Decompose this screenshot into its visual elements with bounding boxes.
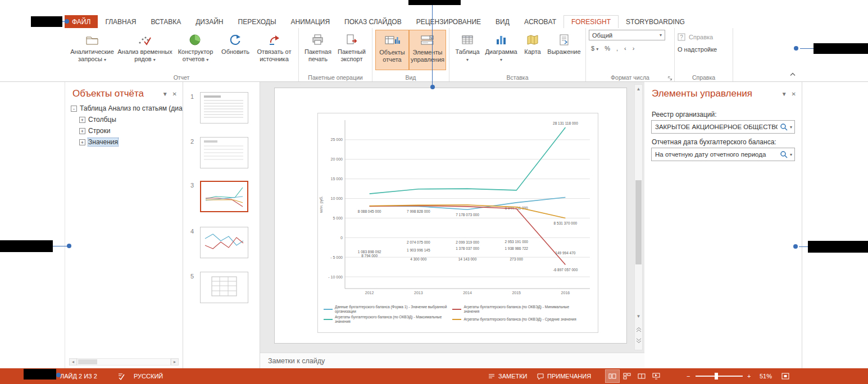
slideshow-view-button[interactable] (649, 370, 663, 382)
slide-sorter-view-button[interactable] (620, 370, 634, 382)
tree-item-values[interactable]: + Значения (71, 136, 183, 148)
report-objects-toggle-button[interactable]: Объекты отчета (375, 30, 409, 70)
expand-node-icon[interactable]: + (79, 117, 85, 123)
about-addin-button[interactable]: О надстройке (678, 46, 730, 53)
svg-text:2 099 319 000: 2 099 319 000 (456, 240, 479, 244)
svg-text:5 000: 5 000 (333, 216, 343, 220)
slide-thumbnail-preview[interactable] (200, 181, 248, 212)
tab-acrobat[interactable]: ACROBAT (517, 15, 563, 28)
insert-table-button[interactable]: Таблица▾ (452, 30, 483, 70)
tab-storyboarding[interactable]: STORYBOARDING (619, 15, 692, 28)
scrollbar-thumb[interactable] (635, 180, 642, 264)
panel-menu-icon[interactable]: ▼ (162, 91, 168, 97)
slide-thumbnail-5[interactable]: 5 (184, 272, 260, 305)
slide-thumbnail-preview[interactable] (200, 272, 248, 303)
close-icon[interactable]: ✕ (172, 91, 177, 97)
expand-node-icon[interactable]: + (79, 139, 85, 145)
search-icon[interactable] (780, 123, 788, 131)
callout-dot (67, 244, 71, 248)
time-series-analysis-button[interactable]: Анализ временных рядов ▾ (117, 30, 173, 70)
percent-format-button[interactable]: % (605, 45, 610, 52)
dialog-launcher-icon[interactable] (667, 76, 672, 81)
expand-node-icon[interactable]: + (79, 128, 85, 134)
scroll-up-icon[interactable]: ▲ (635, 85, 642, 93)
analytic-queries-button[interactable]: Аналитические запросы ▾ (67, 30, 117, 70)
batch-print-button[interactable]: Пакетная печать (302, 30, 334, 70)
slide-thumbnails-pane: 1 2 3 4 5 (184, 82, 260, 368)
reading-view-button[interactable] (635, 370, 648, 382)
previous-slide-button[interactable] (635, 325, 642, 334)
batch-export-button[interactable]: Пакетный экспорт (334, 30, 369, 70)
search-icon[interactable] (780, 150, 788, 158)
expression-icon (557, 31, 571, 48)
thousands-separator-button[interactable]: , (616, 45, 618, 52)
insert-map-button[interactable]: Карта (520, 30, 546, 70)
slide-thumbnail-1[interactable]: 1 (184, 92, 260, 126)
tab-insert[interactable]: ВСТАВКА (143, 15, 188, 28)
zoom-percent[interactable]: 51% (760, 368, 772, 384)
tree-item-rows[interactable]: + Строки (71, 125, 183, 136)
language-indicator[interactable]: РУССКИЙ (134, 368, 163, 384)
slide-thumbnail-preview[interactable] (200, 137, 248, 168)
scroll-left-icon[interactable]: ◂ (69, 358, 77, 365)
tree-item-table[interactable]: - Таблица Анализ по статьям (диагра (71, 103, 183, 114)
organization-registry-combo[interactable]: ЗАКРЫТОЕ АКЦИОНЕРНОЕ ОБЩЕСТВО "Ц ▾ (651, 120, 795, 134)
controls-toggle-button[interactable]: Элементы управления (409, 30, 446, 70)
refresh-button[interactable]: Обновить (218, 30, 253, 70)
insert-expression-button[interactable]: Выражение (546, 30, 583, 70)
tab-transitions[interactable]: ПЕРЕХОДЫ (231, 15, 284, 28)
spellcheck-icon[interactable] (117, 368, 126, 384)
zoom-out-button[interactable]: − (687, 368, 690, 384)
tab-home[interactable]: ГЛАВНАЯ (98, 15, 143, 28)
help-button[interactable]: ? Справка (678, 33, 730, 41)
next-slide-button[interactable] (635, 336, 642, 345)
slide-thumbnail-preview[interactable] (200, 227, 248, 258)
tab-slideshow[interactable]: ПОКАЗ СЛАЙДОВ (337, 15, 409, 28)
unlink-source-button[interactable]: Отвязать от источника (253, 30, 296, 70)
slide-thumbnail-preview[interactable] (200, 92, 248, 124)
slide-canvas[interactable]: 25 00020 00015 00010 0005 0000- 5 000- 1… (274, 88, 627, 344)
vertical-scrollbar[interactable]: ▲ ▼ (634, 84, 643, 350)
notes-pane[interactable]: Заметки к слайду (260, 353, 644, 368)
tab-foresight[interactable]: FORESIGHT (563, 15, 619, 28)
map-icon (526, 31, 539, 48)
dropdown-arrow-icon[interactable]: ▾ (790, 152, 792, 157)
close-icon[interactable]: ✕ (792, 91, 796, 97)
number-format-combo[interactable]: Общий ▾ (589, 30, 665, 40)
svg-text:1 903 996 145: 1 903 996 145 (407, 248, 430, 252)
scroll-down-icon[interactable]: ▼ (635, 312, 642, 321)
scroll-right-icon[interactable]: ▸ (171, 358, 179, 365)
zoom-slider-thumb[interactable] (715, 373, 718, 380)
panel-title: Объекты отчёта (72, 88, 158, 99)
collapse-node-icon[interactable]: - (71, 106, 77, 112)
fit-to-window-button[interactable] (781, 368, 790, 384)
tab-design[interactable]: ДИЗАЙН (188, 15, 230, 28)
slide-thumbnail-2[interactable]: 2 (184, 137, 260, 171)
currency-format-button[interactable]: $ ▾ (591, 45, 598, 52)
dropdown-arrow-icon[interactable]: ▾ (790, 125, 792, 130)
collapse-ribbon-button[interactable] (789, 72, 796, 76)
decrease-decimal-button[interactable]: ‹ (624, 45, 626, 52)
svg-text:20 000: 20 000 (331, 157, 343, 161)
increase-decimal-button[interactable]: › (633, 45, 635, 52)
slide-thumbnail-4[interactable]: 4 (184, 227, 260, 260)
insert-chart-button[interactable]: Диаграмма▾ (483, 30, 520, 70)
slide-thumbnail-3[interactable]: 3 (184, 181, 260, 218)
tab-review[interactable]: РЕЦЕНЗИРОВАНИЕ (409, 15, 488, 28)
svg-text:2016: 2016 (561, 291, 570, 295)
tab-file[interactable]: ФАЙЛ (65, 15, 98, 28)
report-builder-button[interactable]: Конструктор отчетов ▾ (173, 30, 218, 70)
zoom-in-button[interactable]: + (747, 368, 751, 384)
slide-chart[interactable]: 25 00020 00015 00010 0005 0000- 5 000- 1… (317, 113, 598, 333)
tab-animations[interactable]: АНИМАЦИЯ (284, 15, 337, 28)
panel-menu-icon[interactable]: ▼ (781, 91, 787, 97)
balance-date-combo[interactable]: На отчетную дату отчетного периода ▾ (651, 148, 795, 161)
normal-view-button[interactable] (606, 370, 619, 382)
tab-view[interactable]: ВИД (488, 15, 517, 28)
horizontal-scrollbar[interactable]: ◂ ▸ (69, 358, 179, 365)
scrollbar-thumb[interactable] (78, 359, 97, 364)
comments-toggle-button[interactable]: ПРИМЕЧАНИЯ (537, 368, 591, 384)
zoom-slider[interactable] (696, 368, 743, 384)
notes-toggle-button[interactable]: ЗАМЕТКИ (488, 368, 528, 384)
tree-item-columns[interactable]: + Столбцы (71, 114, 183, 125)
